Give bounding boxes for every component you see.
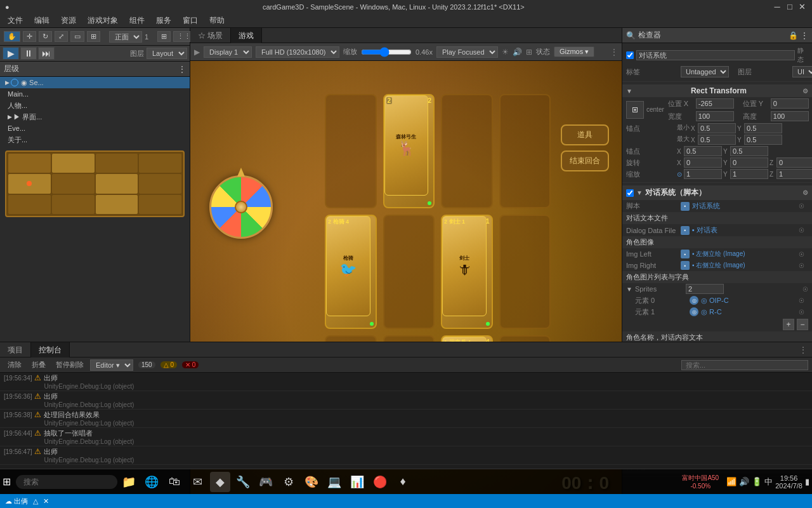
menu-window[interactable]: 窗口 — [178, 14, 203, 27]
pause-clear-button[interactable]: 暂停剔除 — [52, 359, 88, 370]
hier-item-1[interactable]: Main... — [0, 88, 190, 100]
height-input[interactable] — [771, 111, 809, 121]
hier-item-3[interactable]: ▶ ▶ 界面... — [0, 111, 190, 123]
transform-tool[interactable]: ⊞ — [87, 31, 100, 42]
elem0-goto[interactable]: ☉ — [799, 297, 804, 304]
pivot-select[interactable]: 正面后面 — [109, 31, 142, 43]
elem1-value[interactable]: ◎ R-C — [701, 308, 722, 316]
editor-select[interactable]: Editor ▾ — [90, 359, 133, 371]
hier-item-4[interactable]: Eve... — [0, 123, 190, 134]
layout-select[interactable]: Layout — [147, 48, 187, 59]
hand-tool[interactable]: ✋ — [4, 31, 20, 42]
card-1[interactable]: 森林弓生 🦌 2 2 — [383, 94, 435, 208]
start-button[interactable]: ⊞ — [3, 476, 11, 488]
resolution-select[interactable]: Full HD (1920x1080) — [256, 46, 339, 58]
anchor-min-y[interactable] — [744, 123, 782, 133]
task-icon-vs[interactable]: 🔧 — [233, 472, 253, 492]
anchor-max-x[interactable] — [698, 135, 736, 145]
menu-assets[interactable]: 资源 — [56, 14, 81, 27]
rt-gear[interactable]: ⚙ — [802, 88, 808, 95]
ddf-value[interactable]: ▪ 对话表 — [692, 225, 717, 235]
hier-item-0[interactable]: ▶ ◉ Se... — [0, 77, 190, 88]
task-icon-extra2[interactable]: 📊 — [347, 472, 367, 492]
spinner-wheel[interactable] — [209, 175, 273, 239]
task-icon-extra1[interactable]: 💻 — [324, 472, 344, 492]
elem0-value[interactable]: ◎ OIP-C — [701, 297, 729, 305]
rot-z[interactable] — [776, 157, 812, 168]
display-select[interactable]: Display 1 — [204, 46, 252, 58]
rotate-tool[interactable]: ↻ — [39, 31, 52, 42]
width-input[interactable] — [696, 111, 734, 121]
console-tab[interactable]: 控制台 — [31, 342, 70, 358]
scale-slider[interactable] — [361, 47, 412, 57]
ime-icon[interactable]: 中 — [764, 476, 773, 488]
grid-btn[interactable]: ⊞ — [157, 31, 171, 42]
fold-button[interactable]: 折叠 — [28, 359, 49, 370]
close-button[interactable]: ✕ — [798, 3, 807, 11]
pivot-x-input[interactable] — [684, 146, 722, 156]
clock[interactable]: 19:56 2024/7/8 — [775, 474, 802, 490]
rect-tool[interactable]: ▭ — [70, 31, 84, 42]
inspector-lock[interactable]: 🔒 — [789, 31, 798, 40]
elem1-goto[interactable]: ☉ — [799, 309, 804, 316]
rot-x[interactable] — [684, 157, 722, 168]
menu-file[interactable]: 文件 — [3, 14, 28, 27]
menu-edit[interactable]: 编辑 — [29, 14, 55, 27]
play-mode-select[interactable]: Play Focused — [436, 46, 498, 58]
game-panel-menu[interactable]: ⋮ — [610, 48, 618, 57]
step-button[interactable]: ⏭ — [38, 47, 55, 60]
hier-item-5[interactable]: 关于... — [0, 134, 190, 145]
pos-y-input[interactable] — [771, 98, 809, 109]
minimize-button[interactable]: ─ — [773, 3, 782, 11]
card-6[interactable]: 剑士 🗡 2 剑士 1 1 — [441, 215, 493, 329]
project-tab[interactable]: 项目 — [0, 342, 31, 358]
ddf-goto[interactable]: ☉ — [799, 227, 804, 234]
anchor-min-x[interactable] — [698, 123, 736, 133]
menu-help[interactable]: 帮助 — [204, 14, 230, 27]
tools-button[interactable]: 道具 — [561, 124, 609, 145]
object-active-checkbox[interactable] — [626, 51, 634, 59]
scale-y[interactable] — [730, 169, 768, 179]
layer-select[interactable]: UI — [792, 66, 812, 77]
scale-x[interactable] — [684, 169, 722, 179]
remove-sprite-btn[interactable]: − — [797, 319, 808, 330]
task-icon-store[interactable]: 🛍 — [164, 472, 185, 492]
pivot-y-input[interactable] — [730, 146, 768, 156]
play-button[interactable]: ▶ — [3, 47, 19, 60]
sprites-gear[interactable]: ☉ — [802, 286, 808, 293]
task-icon-unity[interactable]: ◆ — [210, 472, 230, 492]
task-icon-ps[interactable]: 🎨 — [301, 472, 322, 492]
add-sprite-btn[interactable]: + — [783, 319, 794, 330]
battery-icon[interactable]: 🔋 — [752, 477, 762, 486]
task-icon-settings[interactable]: ⚙ — [278, 472, 299, 492]
taskbar-search[interactable] — [16, 475, 117, 489]
hier-item-2[interactable]: 人物... — [0, 100, 190, 111]
task-icon-browser[interactable]: 🌐 — [141, 472, 162, 492]
task-icon-extra4[interactable]: ♦ — [393, 472, 413, 492]
scene-tab[interactable]: ☆ 场景 — [190, 28, 231, 43]
pos-x-input[interactable] — [696, 98, 734, 109]
sprites-count[interactable] — [686, 284, 724, 294]
img-left-goto[interactable]: ☉ — [799, 251, 804, 258]
task-icon-extra3[interactable]: 🔴 — [370, 472, 390, 492]
menu-component[interactable]: 组件 — [124, 14, 150, 27]
log-entry-0[interactable]: [19:56:34] ⚠ 出师 UnityEngine.Debug:Log (o… — [0, 373, 812, 391]
script-goto[interactable]: ☉ — [799, 203, 804, 210]
rot-y[interactable] — [730, 157, 768, 168]
inspector-menu[interactable]: ⋮ — [801, 31, 808, 40]
object-name-input[interactable] — [636, 50, 795, 60]
scale-z[interactable] — [776, 169, 812, 179]
menu-gameobject[interactable]: 游戏对象 — [82, 14, 123, 27]
scale-tool[interactable]: ⤢ — [55, 31, 68, 42]
maximize-button[interactable]: □ — [785, 3, 794, 11]
log-entry-1[interactable]: [19:56:36] ⚠ 出师 UnityEngine.Debug:Log (o… — [0, 391, 812, 410]
script-value[interactable]: 对话系统 — [692, 201, 720, 211]
img-right-value[interactable]: ▪ 右侧立绘 (Image) — [692, 261, 745, 270]
network-icon[interactable]: 📶 — [726, 477, 737, 486]
img-right-goto[interactable]: ☉ — [799, 262, 804, 269]
menu-services[interactable]: 服务 — [151, 14, 176, 27]
volume-icon[interactable]: 🔊 — [739, 477, 749, 486]
anchor-max-y[interactable] — [744, 135, 782, 145]
move-tool[interactable]: ✛ — [23, 31, 36, 42]
log-entry-2[interactable]: [19:56:38] ⚠ 处理回合结果效果 UnityEngine.Debug:… — [0, 410, 812, 428]
